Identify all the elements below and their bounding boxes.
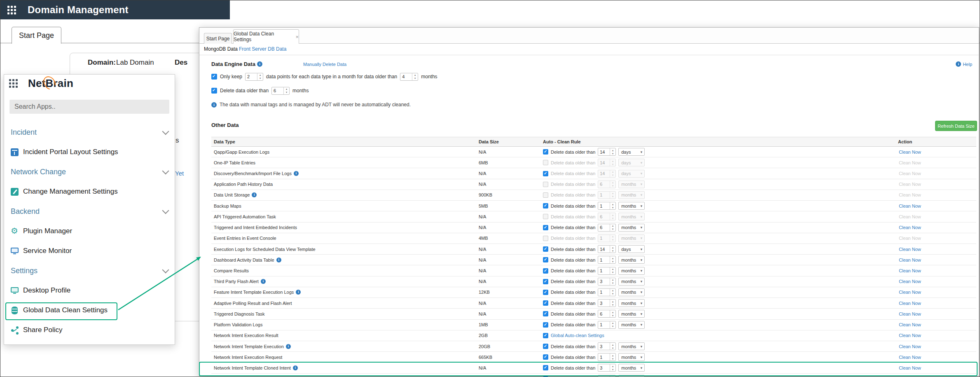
clean-now-link[interactable]: Clean Now — [899, 322, 921, 327]
spinner-icon[interactable] — [610, 213, 615, 220]
spinner-icon[interactable] — [610, 224, 615, 231]
chevron-down-icon[interactable] — [162, 167, 169, 174]
spinner-icon[interactable] — [610, 267, 615, 274]
retention-unit-select[interactable]: months — [618, 364, 645, 372]
spinner-icon[interactable] — [610, 375, 615, 377]
spinner-icon[interactable] — [610, 364, 615, 371]
retention-value-input[interactable]: 3 — [598, 299, 616, 307]
retention-value-input[interactable]: 6 — [598, 310, 616, 318]
auto-clean-checkbox[interactable] — [543, 246, 548, 252]
retention-value-input[interactable]: 3 — [598, 364, 616, 372]
spinner-icon[interactable] — [610, 170, 615, 177]
manually-delete-data-link[interactable]: Manually Delete Data — [303, 62, 346, 67]
auto-clean-checkbox[interactable] — [543, 322, 548, 328]
older-than-months-input[interactable]: 4 — [400, 73, 418, 81]
menu-item-incident-portal-layout-settings[interactable]: Incident Portal Layout Settings — [4, 142, 175, 162]
only-keep-checkbox[interactable] — [211, 74, 217, 80]
menu-section-settings[interactable]: Settings — [4, 261, 175, 281]
retention-value-input[interactable]: 6 — [598, 213, 616, 220]
retention-value-input[interactable]: 6 — [598, 224, 616, 232]
retention-unit-select[interactable]: months — [618, 288, 645, 296]
retention-value-input[interactable]: 1 — [598, 288, 616, 296]
retention-unit-select[interactable]: months — [618, 353, 645, 361]
info-icon[interactable] — [252, 192, 257, 197]
app-launcher-icon[interactable] — [9, 79, 18, 88]
retention-unit-select[interactable]: months — [618, 256, 645, 264]
retention-unit-select[interactable]: months — [618, 234, 645, 242]
auto-clean-checkbox[interactable] — [543, 279, 548, 284]
retention-value-input[interactable]: 14 — [598, 159, 616, 166]
auto-clean-checkbox[interactable] — [543, 257, 548, 262]
clean-now-link[interactable]: Clean Now — [899, 311, 921, 316]
clean-now-link[interactable]: Clean Now — [899, 344, 921, 349]
auto-clean-checkbox[interactable] — [543, 365, 548, 370]
spinner-icon[interactable] — [610, 300, 615, 307]
tab-start-page-inner[interactable]: Start Page — [204, 33, 232, 44]
menu-section-incident[interactable]: Incident — [4, 122, 175, 142]
retention-unit-select[interactable]: days — [618, 375, 645, 377]
spinner-icon[interactable] — [610, 256, 615, 263]
delete-older-checkbox[interactable] — [211, 88, 217, 94]
retention-value-input[interactable]: 14 — [598, 148, 616, 156]
chevron-down-icon[interactable] — [162, 207, 169, 214]
menu-section-network-change[interactable]: Network Change — [4, 162, 175, 182]
chevron-down-icon[interactable] — [162, 266, 169, 273]
clean-now-link[interactable]: Clean Now — [899, 279, 921, 284]
retention-unit-select[interactable]: months — [618, 267, 645, 275]
tab-start-page[interactable]: Start Page — [12, 27, 61, 44]
retention-unit-select[interactable]: months — [618, 342, 645, 350]
retention-value-input[interactable]: 14 — [598, 375, 616, 377]
auto-clean-checkbox[interactable] — [543, 354, 548, 360]
auto-clean-checkbox[interactable] — [543, 311, 548, 316]
app-launcher-icon[interactable] — [7, 6, 16, 14]
menu-item-service-monitor[interactable]: Service Monitor — [4, 241, 175, 261]
auto-clean-checkbox[interactable] — [543, 149, 548, 155]
auto-clean-checkbox[interactable] — [543, 344, 548, 349]
retention-value-input[interactable]: 1 — [598, 234, 616, 242]
clean-now-link[interactable]: Clean Now — [899, 365, 921, 370]
retention-unit-select[interactable]: days — [618, 170, 645, 178]
clean-now-link[interactable]: Clean Now — [899, 225, 921, 230]
auto-clean-checkbox[interactable] — [543, 171, 548, 176]
spinner-icon[interactable] — [610, 343, 615, 350]
auto-clean-checkbox[interactable] — [543, 214, 548, 219]
info-icon[interactable] — [293, 365, 298, 370]
search-apps-input[interactable] — [9, 100, 169, 114]
tab-global-data-clean-settings[interactable]: Global Data Clean Settings × — [233, 29, 299, 44]
info-icon[interactable] — [261, 279, 266, 284]
clean-now-link[interactable]: Clean Now — [899, 333, 921, 338]
spinner-icon[interactable] — [610, 159, 615, 166]
clean-now-link[interactable]: Clean Now — [899, 247, 921, 252]
clean-now-link[interactable]: Clean Now — [899, 258, 921, 262]
retention-value-input[interactable]: 1 — [598, 191, 616, 199]
auto-clean-checkbox[interactable] — [543, 333, 548, 338]
auto-clean-checkbox[interactable] — [543, 290, 548, 295]
retention-unit-select[interactable]: days — [618, 245, 645, 253]
retention-unit-select[interactable]: months — [618, 213, 645, 220]
retention-unit-select[interactable]: months — [618, 278, 645, 286]
auto-clean-checkbox[interactable] — [543, 225, 548, 230]
delete-older-months-input[interactable]: 6 — [271, 87, 290, 95]
help-link[interactable]: Help — [956, 61, 972, 67]
info-icon[interactable] — [296, 290, 301, 295]
spinner-icon[interactable] — [610, 321, 615, 328]
spinner-icon[interactable] — [610, 354, 615, 361]
spinner-icon[interactable] — [610, 181, 615, 188]
auto-clean-checkbox[interactable] — [543, 203, 548, 208]
spinner-icon[interactable] — [610, 278, 615, 285]
retention-value-input[interactable]: 1 — [598, 267, 616, 275]
auto-clean-checkbox[interactable] — [543, 268, 548, 274]
retention-unit-select[interactable]: days — [618, 159, 645, 166]
auto-clean-checkbox[interactable] — [543, 192, 548, 198]
spinner-icon[interactable] — [610, 289, 615, 296]
clean-now-link[interactable]: Clean Now — [899, 355, 921, 360]
retention-value-input[interactable]: 6 — [598, 180, 616, 188]
retention-unit-select[interactable]: days — [618, 148, 645, 156]
clean-now-link[interactable]: Clean Now — [899, 268, 921, 273]
keep-points-input[interactable]: 2 — [245, 73, 263, 81]
retention-value-input[interactable]: 14 — [598, 245, 616, 253]
menu-item-global-data-clean-settings[interactable]: Global Data Clean Settings — [4, 300, 175, 320]
menu-item-plugin-manager[interactable]: Plugin Manager — [4, 221, 175, 241]
retention-value-input[interactable]: 1 — [598, 202, 616, 210]
retention-value-input[interactable]: 1 — [598, 353, 616, 361]
